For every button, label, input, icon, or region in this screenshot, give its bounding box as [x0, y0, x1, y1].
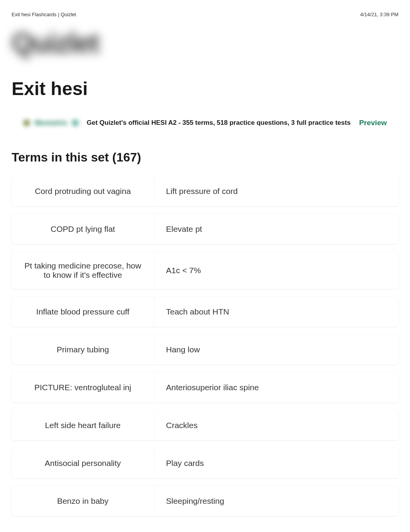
term-row[interactable]: Antisocial personality Play cards: [12, 448, 398, 478]
page-title: Exit hesi: [12, 78, 398, 99]
definition-text: Crackles: [154, 410, 398, 440]
term-row[interactable]: Left side heart failure Crackles: [12, 410, 398, 440]
term-text: COPD pt lying flat: [12, 214, 154, 244]
header-bar: Exit hesi Flashcards | Quizlet 4/14/21, …: [12, 12, 398, 17]
terms-list: Cord protruding out vagina Lift pressure…: [12, 176, 398, 516]
definition-text: Lift pressure of cord: [154, 176, 398, 206]
brand-dot2-icon: [72, 119, 79, 126]
term-row[interactable]: Inflate blood pressure cuff Teach about …: [12, 297, 398, 327]
term-row[interactable]: COPD pt lying flat Elevate pt: [12, 214, 398, 244]
header-title: Exit hesi Flashcards | Quizlet: [12, 12, 76, 17]
brand-dot-icon: [23, 119, 30, 126]
definition-text: Hang low: [154, 335, 398, 365]
term-row[interactable]: Cord protruding out vagina Lift pressure…: [12, 176, 398, 206]
term-text: Pt taking medicine precose, how to know …: [12, 252, 154, 289]
definition-text: Teach about HTN: [154, 297, 398, 327]
promo-brand: Mometrix: [23, 119, 79, 127]
term-row[interactable]: Benzo in baby Sleeping/resting: [12, 486, 398, 516]
definition-text: Sleeping/resting: [154, 486, 398, 516]
term-text: PICTURE: ventrogluteal inj: [12, 372, 154, 403]
term-text: Benzo in baby: [12, 486, 154, 516]
term-text: Left side heart failure: [12, 410, 154, 440]
definition-text: Anteriosuperior iliac spine: [154, 372, 398, 403]
term-row[interactable]: Pt taking medicine precose, how to know …: [12, 252, 398, 289]
promo-text: Get Quizlet's official HESI A2 - 355 ter…: [86, 119, 351, 127]
term-row[interactable]: Primary tubing Hang low: [12, 335, 398, 365]
term-text: Primary tubing: [12, 335, 154, 365]
definition-text: Play cards: [154, 448, 398, 478]
terms-heading: Terms in this set (167): [12, 150, 398, 165]
brand-name: Mometrix: [35, 119, 67, 127]
definition-text: Elevate pt: [154, 214, 398, 244]
term-text: Inflate blood pressure cuff: [12, 297, 154, 327]
term-row[interactable]: PICTURE: ventrogluteal inj Anteriosuperi…: [12, 372, 398, 403]
header-timestamp: 4/14/21, 3:39 PM: [360, 12, 398, 17]
promo-bar: Mometrix Get Quizlet's official HESI A2 …: [12, 119, 398, 127]
definition-text: A1c < 7%: [154, 252, 398, 289]
term-text: Antisocial personality: [12, 448, 154, 478]
term-text: Cord protruding out vagina: [12, 176, 154, 206]
quizlet-logo: Quizlet: [12, 27, 398, 59]
preview-link[interactable]: Preview: [359, 119, 387, 127]
